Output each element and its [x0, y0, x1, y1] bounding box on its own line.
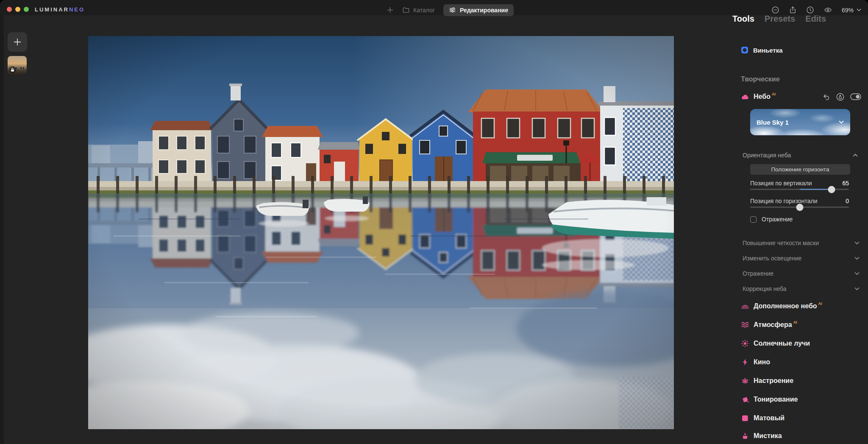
chevron-down-icon	[854, 257, 860, 260]
horizontal-position-slider[interactable]	[750, 207, 849, 208]
sky-preset-dropdown[interactable]: Blue Sky 1	[750, 109, 850, 135]
chevron-down-icon	[854, 287, 860, 290]
tab-edit-label: Редактирование	[460, 7, 508, 14]
vignette-label: Виньетка	[753, 47, 783, 54]
chevron-up-icon	[853, 154, 858, 157]
sidebar-tabs: Tools Presets Edits	[732, 14, 826, 24]
section-reflection[interactable]: Отражение	[716, 268, 868, 279]
sky-orientation-label: Ориентация неба	[743, 152, 791, 159]
chevron-down-icon	[854, 241, 860, 245]
plus-icon	[387, 6, 394, 14]
section-relight[interactable]: Изменить освещение	[716, 253, 868, 264]
checkbox-unchecked[interactable]	[750, 216, 757, 223]
folder-icon	[402, 6, 410, 14]
tab-presets[interactable]: Presets	[765, 14, 795, 24]
tool-label: Тонирование	[754, 396, 798, 403]
ai-badge: AI	[772, 92, 776, 96]
mask-button[interactable]	[836, 92, 845, 101]
lock-icon	[10, 67, 15, 72]
horizontal-position-label: Позиция по горизонтали	[750, 198, 818, 204]
section-label: Изменить освещение	[743, 255, 801, 262]
luminar-neo-window: LUMINARNEO Каталог Редактирование	[0, 0, 868, 444]
section-label: Коррекция неба	[743, 285, 787, 292]
ai-badge: AI	[793, 320, 797, 324]
app-logo: LUMINARNEO	[35, 6, 85, 13]
tool-label: Мистика	[754, 432, 782, 440]
sky-preset-value: Blue Sky 1	[757, 119, 789, 126]
tool-row-cinema[interactable]: Кино	[716, 357, 868, 368]
window-left-edge	[0, 15, 4, 444]
add-image-button[interactable]	[387, 6, 394, 14]
lotus-icon	[741, 377, 749, 385]
bolt-icon	[741, 358, 749, 366]
tool-visibility-toggle[interactable]	[850, 93, 861, 100]
sky-tool-label: Небо	[754, 93, 771, 101]
tool-row-mystic[interactable]: Мистика	[716, 430, 868, 441]
minimize-window-button[interactable]	[15, 7, 20, 12]
section-label: Отражение	[743, 270, 773, 277]
slider-thumb[interactable]	[796, 204, 803, 211]
tab-catalog-label: Каталог	[413, 7, 435, 14]
edit-sidebar: Tools Presets Edits Виньетка Творческие …	[716, 0, 868, 444]
tool-row-atmosphere[interactable]: Атмосфера AI	[716, 319, 868, 330]
tool-row-vignette[interactable]: Виньетка	[716, 45, 868, 56]
tab-edit[interactable]: Редактирование	[443, 4, 514, 16]
horizon-position-button[interactable]: Положение горизонта	[750, 164, 850, 175]
tab-catalog[interactable]: Каталог	[402, 6, 435, 14]
horizontal-position-value: 0	[846, 198, 849, 204]
reflection-checkbox-label: Отражение	[762, 216, 793, 223]
photo-canvas[interactable]	[88, 36, 674, 429]
tool-row-augmented-sky[interactable]: Дополненное небо AI	[716, 301, 868, 312]
ai-badge: AI	[818, 302, 822, 306]
close-window-button[interactable]	[7, 7, 12, 12]
tool-row-sunrays[interactable]: Солнечные лучи	[716, 338, 868, 349]
rainbow-icon	[741, 302, 749, 310]
tool-row-mood[interactable]: Настроение	[716, 375, 868, 386]
tab-tools[interactable]: Tools	[732, 14, 754, 24]
lock-badge	[9, 66, 16, 73]
maximize-window-button[interactable]	[24, 7, 29, 12]
tool-label: Настроение	[754, 377, 793, 385]
vignette-icon	[740, 46, 749, 54]
logo-luminar: LUMINAR	[35, 6, 69, 13]
paint-bucket-icon	[741, 395, 749, 404]
tool-row-toning[interactable]: Тонирование	[716, 394, 868, 405]
tool-label: Дополненное небо	[754, 302, 817, 310]
tool-label: Кино	[754, 358, 770, 366]
vertical-position-label: Позиция по вертикали	[750, 180, 812, 187]
tool-label: Атмосфера	[754, 321, 792, 329]
matte-icon	[741, 414, 749, 422]
chevron-down-icon	[854, 272, 860, 275]
add-photo-button[interactable]	[8, 32, 27, 52]
toggle-icon	[850, 93, 861, 100]
mask-pen-icon	[836, 92, 845, 101]
tool-row-matte[interactable]: Матовый	[716, 413, 868, 424]
vertical-position-value: 65	[842, 180, 849, 187]
section-creative-label: Творческие	[741, 75, 780, 83]
waves-icon	[741, 321, 749, 329]
slider-thumb[interactable]	[828, 186, 835, 193]
section-creative: Творческие	[716, 74, 868, 85]
candle-icon	[741, 432, 749, 440]
undo-icon	[822, 93, 830, 101]
tool-row-sky[interactable]: Небо AI	[716, 91, 868, 102]
vertical-position-slider[interactable]	[750, 189, 849, 190]
tool-label: Матовый	[754, 414, 785, 422]
photo	[88, 36, 674, 429]
section-mask-refinement[interactable]: Повышение четкости маски	[716, 237, 868, 249]
plus-icon	[13, 37, 22, 47]
logo-neo: NEO	[69, 6, 85, 13]
slider-fill	[800, 189, 832, 190]
chevron-down-icon	[839, 120, 844, 124]
section-label: Повышение четкости маски	[743, 240, 819, 246]
sun-rays-icon	[741, 339, 749, 348]
cloud-icon	[741, 92, 749, 101]
reset-tool-button[interactable]	[822, 93, 830, 101]
section-sky-correction[interactable]: Коррекция неба	[716, 283, 868, 294]
window-controls	[7, 7, 29, 12]
filmstrip-thumbnail[interactable]	[8, 56, 27, 75]
sliders-icon	[449, 6, 456, 14]
reflection-checkbox-row[interactable]: Отражение	[750, 216, 793, 223]
tab-edits[interactable]: Edits	[805, 14, 826, 24]
sky-orientation-header[interactable]: Ориентация неба	[716, 150, 868, 161]
